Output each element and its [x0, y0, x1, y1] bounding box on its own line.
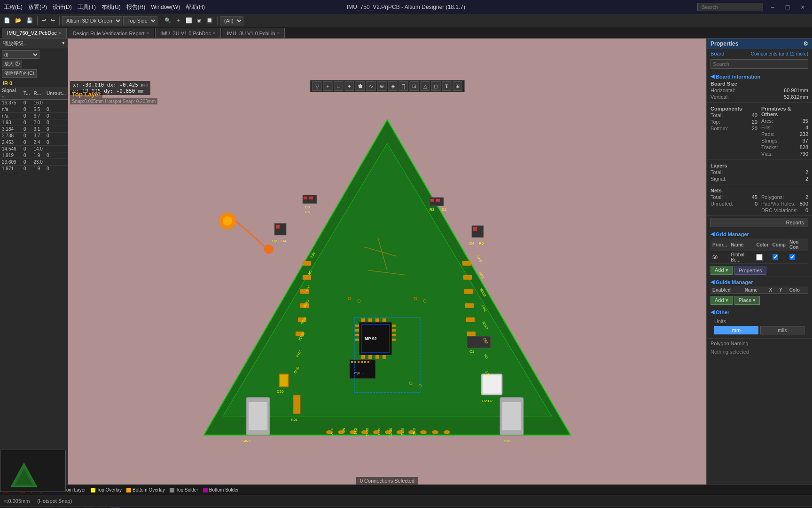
signal-row[interactable]: 1.919 0 1.9 0	[0, 152, 68, 159]
menu-routing[interactable]: 布线(U)	[102, 3, 121, 11]
pcb-tool-filter[interactable]: ▽	[312, 81, 322, 91]
nets-section: Nets Total: 45 Unrouted: 0 Polygons: 2	[707, 184, 812, 216]
r-cell: 1.9	[31, 152, 44, 159]
statusbar: ≡:0.005mm (Hotspot Snap)	[0, 495, 812, 506]
pcb-tool-circle[interactable]: ●	[345, 81, 354, 91]
layer-item-bottom-overlay[interactable]: Bottom Overlay	[126, 487, 165, 492]
side-select[interactable]: Top Side	[123, 16, 157, 25]
grid-add-button[interactable]: Add ▾	[710, 266, 733, 275]
signal-row[interactable]: 1.93 0 2.0 0	[0, 119, 68, 126]
pcb-tool-cross[interactable]: ⊕	[377, 81, 387, 91]
u-cell: 0	[45, 133, 68, 139]
svg-rect-41	[355, 334, 359, 336]
settings-icon[interactable]: ⚙	[803, 40, 808, 47]
maximize-button[interactable]: □	[782, 1, 793, 13]
signal-row[interactable]: 23.609 0 23.0	[0, 159, 68, 166]
pcb-tool-diamond[interactable]: ◈	[388, 81, 398, 91]
title-search-input[interactable]	[697, 3, 763, 11]
tab-imu3u-pcb-close[interactable]: ×	[213, 31, 216, 36]
tab-drc[interactable]: Design Rule Verification Report ×	[68, 28, 155, 38]
signal-row[interactable]: n/a 0 6.7 0	[0, 113, 68, 119]
svg-text:NC: NC	[342, 428, 345, 433]
toolbar-3d[interactable]: 🔲	[204, 16, 215, 26]
svg-rect-87	[293, 395, 300, 414]
menu-engineering[interactable]: 工程(E)	[4, 3, 23, 11]
toolbar-new[interactable]: 📄	[2, 16, 12, 26]
tab-imu3u-pcb[interactable]: IMU_3U V1.0.PcbDoc ×	[155, 28, 220, 38]
reports-button[interactable]: Reports	[710, 218, 808, 227]
grid-properties-button[interactable]: Properties	[734, 266, 766, 275]
guide-place-button[interactable]: Place ▾	[734, 296, 760, 305]
tab-imu3u-lib-close[interactable]: ×	[277, 31, 280, 36]
signal-row[interactable]: 1.971 0 1.9 0	[0, 166, 68, 172]
toolbar-plus[interactable]: ＋	[174, 16, 183, 26]
pcb-tool-grid[interactable]: ⊡	[410, 81, 419, 91]
tab-pcbdoc-close[interactable]: ×	[59, 31, 62, 36]
toolbar-undo[interactable]: ↩	[40, 16, 48, 26]
all-select[interactable]: (All)	[220, 16, 243, 25]
guide-col-enabled: Enabled	[710, 286, 743, 294]
signal-row[interactable]: 16.375 0 16.0	[0, 100, 68, 106]
u-cell	[45, 159, 68, 166]
menu-tools[interactable]: 工具(T)	[78, 3, 96, 11]
zoom-in-btn[interactable]: 放大 ②	[2, 60, 22, 68]
svg-rect-48	[368, 318, 372, 322]
menu-report[interactable]: 报告(R)	[126, 3, 146, 11]
pcb-canvas[interactable]: x: -30.010 dx: -0.425 mm y: 19.915 dy: -…	[68, 39, 706, 484]
toolbar-redo[interactable]: ↪	[49, 16, 57, 26]
pcb-tool-add[interactable]: ＋	[323, 81, 333, 91]
svg-rect-40	[355, 329, 359, 332]
pcb-tool-triangle[interactable]: △	[421, 81, 430, 91]
board-size-label: Board Size	[710, 81, 808, 87]
menu-place[interactable]: 放置(P)	[28, 3, 47, 11]
pcb-tool-square[interactable]: ◻	[431, 81, 441, 91]
zoom-dropdown[interactable]: d)	[2, 50, 39, 59]
grid-arrow: ◀	[710, 231, 714, 237]
panel-arrow[interactable]: ▾	[62, 40, 65, 47]
signal-row[interactable]: 3.738 0 3.7 0	[0, 133, 68, 139]
toolbar-open[interactable]: 📂	[13, 16, 23, 26]
mm-button[interactable]: mm	[714, 326, 758, 334]
tab-drc-close[interactable]: ×	[146, 31, 149, 36]
signal-row[interactable]: n/a 0 6.5 0	[0, 106, 68, 113]
svg-rect-36	[466, 318, 475, 322]
pcb-tool-bracket[interactable]: ∏	[399, 81, 408, 91]
menu-design[interactable]: 设计(D)	[53, 3, 72, 11]
pcb-tool-rect[interactable]: □	[334, 81, 344, 91]
clear-existing-btn[interactable]: 清除现有的(C)	[2, 69, 37, 78]
layer-item-bottom-solder[interactable]: Bottom Solder	[203, 487, 239, 492]
polygons-value: 2	[805, 194, 808, 200]
hotspot-status: (Hotspot Snap)	[37, 498, 72, 504]
toolbar-save[interactable]: 💾	[24, 16, 35, 26]
polygons-label: Polygons:	[761, 194, 784, 200]
minimize-button[interactable]: −	[767, 1, 778, 13]
fills-value: 4	[805, 125, 808, 130]
layer-item-top-solder[interactable]: Top Solder	[170, 487, 198, 492]
pcb-tool-wave[interactable]: ∿	[367, 81, 376, 91]
toolbar-drc[interactable]: ◉	[195, 16, 203, 26]
pcb-tool-plus-box[interactable]: ⊞	[453, 81, 462, 91]
signal-row[interactable]: 14.546 0 14.0	[0, 146, 68, 152]
layer-item-top-overlay[interactable]: Top Overlay	[91, 487, 122, 492]
close-button[interactable]: ×	[797, 1, 808, 13]
menu-window[interactable]: Window(W)	[151, 4, 180, 10]
signal-row[interactable]: 2.453 0 2.4 0	[0, 139, 68, 146]
grid-col-comp: Comp	[771, 238, 788, 251]
theme-select[interactable]: Altium 3D Dk Green	[62, 16, 122, 25]
toolbar-route[interactable]: ⬜	[184, 16, 194, 26]
tab-pcbdoc[interactable]: IMU_750_V2.PcbDoc ×	[2, 28, 67, 38]
nothing-selected: Nothing selected	[707, 348, 812, 356]
grid-non-con-check[interactable]	[788, 251, 808, 264]
svg-rect-90	[483, 375, 501, 394]
guide-add-button[interactable]: Add ▾	[710, 296, 733, 305]
svg-text:SW1: SW1	[504, 439, 512, 443]
tab-imu3u-lib[interactable]: IMU_3U V1.0.PcbLib ×	[222, 28, 285, 38]
signal-row[interactable]: 3.184 0 3.1 0	[0, 126, 68, 133]
pcb-tool-polygon[interactable]: ⬟	[356, 81, 365, 91]
grid-comp-check[interactable]	[771, 251, 788, 264]
mils-button[interactable]: mils	[760, 326, 804, 334]
toolbar-filter[interactable]: 🔍	[163, 16, 173, 26]
pcb-tool-text[interactable]: 𝐓	[442, 81, 452, 91]
menu-help[interactable]: 帮助(H)	[186, 3, 205, 11]
properties-search[interactable]	[710, 59, 808, 69]
